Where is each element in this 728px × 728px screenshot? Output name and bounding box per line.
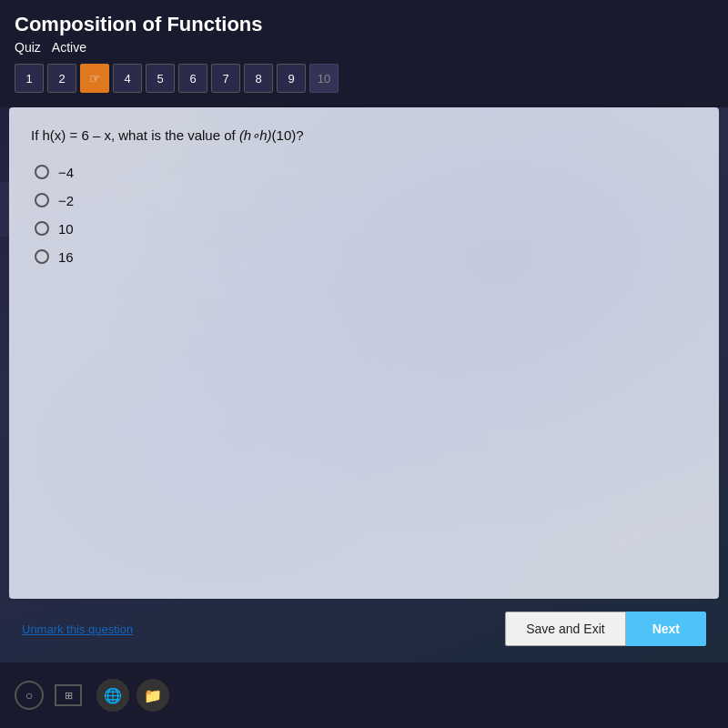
screen: Composition of Functions Quiz Active 1 2… [0, 0, 728, 728]
taskbar-icon-2[interactable]: 📁 [136, 679, 169, 712]
option-neg4[interactable]: −4 [35, 165, 697, 180]
nav-btn-7[interactable]: 7 [211, 64, 240, 93]
taskbar: ○ ⊞ 🌐 📁 [0, 662, 728, 728]
radio-16[interactable] [35, 249, 49, 264]
quiz-label: Quiz [15, 40, 41, 55]
option-16-label: 16 [58, 249, 74, 265]
question-text-prefix: If h(x) = 6 – x, what is the value of [31, 127, 239, 143]
option-neg2[interactable]: −2 [35, 193, 697, 208]
nav-btn-10: 10 [309, 64, 339, 93]
option-neg2-label: −2 [58, 193, 74, 208]
nav-btn-4[interactable]: 4 [113, 64, 142, 93]
nav-btn-9[interactable]: 9 [277, 64, 306, 93]
unmark-button[interactable]: Unmark this question [22, 622, 133, 636]
taskbar-grid-icon[interactable]: ⊞ [55, 684, 82, 706]
nav-btn-2[interactable]: 2 [47, 64, 76, 93]
option-neg4-label: −4 [58, 165, 74, 180]
taskbar-search-icon[interactable]: ○ [15, 681, 44, 710]
next-button[interactable]: Next [626, 612, 706, 646]
question-function: (h∘h)(10) [239, 127, 296, 143]
taskbar-app-icons: 🌐 📁 [96, 679, 169, 712]
nav-btn-1[interactable]: 1 [15, 64, 44, 93]
nav-btn-3[interactable]: ☞ [80, 64, 109, 93]
radio-neg4[interactable] [35, 165, 49, 179]
radio-neg2[interactable] [35, 193, 49, 207]
back-arrow-icon: ☞ [89, 71, 101, 86]
quiz-status: Quiz Active [15, 40, 713, 55]
option-10-label: 10 [58, 221, 74, 237]
option-10[interactable]: 10 [35, 221, 697, 237]
content-area: If h(x) = 6 – x, what is the value of (h… [9, 107, 719, 599]
nav-btn-8[interactable]: 8 [244, 64, 273, 93]
save-exit-button[interactable]: Save and Exit [505, 612, 625, 646]
header: Composition of Functions Quiz Active 1 2… [0, 0, 728, 107]
nav-btn-6[interactable]: 6 [178, 64, 207, 93]
answer-options: −4 −2 10 16 [31, 165, 697, 265]
active-label: Active [52, 40, 86, 55]
taskbar-icon-1[interactable]: 🌐 [96, 679, 129, 712]
action-buttons: Save and Exit Next [505, 612, 706, 646]
question-nav: 1 2 ☞ 4 5 6 7 8 9 10 [15, 64, 713, 102]
nav-btn-5[interactable]: 5 [146, 64, 175, 93]
option-16[interactable]: 16 [35, 249, 697, 265]
radio-10[interactable] [35, 221, 49, 236]
page-title: Composition of Functions [15, 13, 713, 36]
bottom-bar: Unmark this question Save and Exit Next [9, 602, 719, 655]
question-text-suffix: ? [296, 127, 303, 143]
question-text: If h(x) = 6 – x, what is the value of (h… [31, 126, 697, 147]
